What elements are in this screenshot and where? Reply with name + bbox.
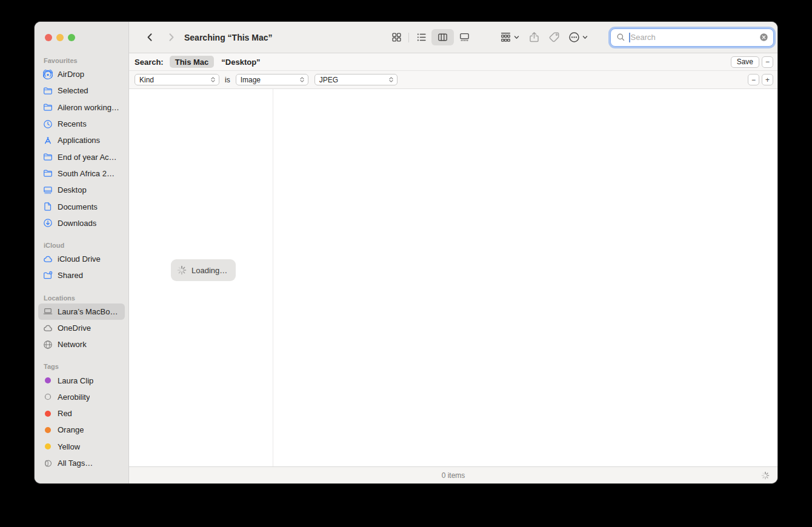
search-input[interactable]: Search xyxy=(610,28,774,47)
sidebar-item-network[interactable]: Network xyxy=(38,336,125,353)
sidebar-item-label: Documents xyxy=(58,202,98,211)
airdrop-icon xyxy=(43,70,53,79)
sidebar-item-yellow[interactable]: Yellow xyxy=(38,439,125,455)
sidebar-section-title: Tags xyxy=(38,361,125,372)
scope-pills: This Mac“Desktop” xyxy=(164,56,266,68)
tag-dot-icon xyxy=(43,442,53,451)
clock-icon xyxy=(43,119,53,129)
tag-dot-icon xyxy=(43,376,53,385)
laptop-icon xyxy=(43,307,53,316)
toolbar: Searching “This Mac” Search xyxy=(129,22,777,53)
tag-dot-outline-icon xyxy=(43,392,53,402)
back-button[interactable] xyxy=(145,31,155,44)
search-placeholder: Search xyxy=(631,33,760,42)
tag-icon xyxy=(548,31,560,43)
sidebar-item-recents[interactable]: Recents xyxy=(38,116,125,132)
sidebar-item-label: Yellow xyxy=(58,442,80,451)
sidebar-item-south-africa-2[interactable]: South Africa 2… xyxy=(38,165,125,182)
stepper-icon xyxy=(210,76,216,83)
minimize-window-button[interactable] xyxy=(56,34,64,41)
folder-icon xyxy=(43,152,53,162)
group-button[interactable] xyxy=(500,31,520,43)
sidebar-item-label: Downloads xyxy=(58,219,96,228)
sidebar-item-selected[interactable]: Selected xyxy=(38,82,125,99)
icons-view-button[interactable] xyxy=(386,29,407,45)
sidebar-item-onedrive[interactable]: OneDrive xyxy=(38,320,125,336)
tag-dot-icon xyxy=(43,409,53,419)
scope-this-mac[interactable]: This Mac xyxy=(170,56,215,68)
search-criteria-bar: Kind is Image JPEG − + xyxy=(129,71,777,89)
search-scope-label: Search: xyxy=(135,58,164,67)
scope-desktop[interactable]: “Desktop” xyxy=(216,56,265,68)
desktop-icon xyxy=(43,185,53,195)
view-separator xyxy=(408,33,409,42)
subtype-select[interactable]: JPEG xyxy=(314,74,398,85)
sidebar-item-label: Desktop xyxy=(58,185,87,194)
sidebar-item-end-of-year-ac[interactable]: End of year Ac… xyxy=(38,148,125,165)
sidebar-item-shared[interactable]: Shared xyxy=(38,267,125,283)
sidebar-item-aileron-working[interactable]: Aileron working… xyxy=(38,99,125,116)
share-icon xyxy=(528,31,540,43)
gallery-view-button[interactable] xyxy=(454,29,474,45)
sidebar-item-documents[interactable]: Documents xyxy=(38,198,125,214)
sidebar-item-label: iCloud Drive xyxy=(58,254,101,264)
sidebar-item-applications[interactable]: Applications xyxy=(38,132,125,148)
list-view-button[interactable] xyxy=(411,29,431,45)
forward-button[interactable] xyxy=(167,31,176,44)
loading-indicator: Loading… xyxy=(171,259,236,281)
sidebar-item-laura-clip[interactable]: Laura Clip xyxy=(38,372,125,388)
add-criterion-button[interactable]: + xyxy=(762,74,773,85)
share-button[interactable] xyxy=(528,31,540,43)
tags-button[interactable] xyxy=(548,31,560,43)
column-divider[interactable] xyxy=(273,89,273,466)
status-bar: 0 items xyxy=(129,466,777,483)
save-search-button[interactable]: Save xyxy=(731,56,759,68)
view-switcher xyxy=(386,29,474,45)
ellipsis-icon xyxy=(568,31,580,43)
clear-search-icon[interactable] xyxy=(759,33,768,42)
sidebar-item-label: Recents xyxy=(58,119,87,128)
sidebar-item-red[interactable]: Red xyxy=(38,405,125,422)
sidebar: FavouritesAirDropSelectedAileron working… xyxy=(35,22,129,483)
sidebar-item-label: Orange xyxy=(58,425,84,434)
zoom-window-button[interactable] xyxy=(68,34,75,41)
kind-select[interactable]: Image xyxy=(236,74,308,85)
download-icon xyxy=(43,218,53,228)
progress-spinner-icon xyxy=(761,471,770,480)
sidebar-item-desktop[interactable]: Desktop xyxy=(38,182,125,198)
remove-criterion-button[interactable]: − xyxy=(748,74,759,85)
sidebar-item-label: Red xyxy=(58,409,72,418)
sidebar-item-label: Laura Clip xyxy=(58,376,93,385)
gallery-view-icon xyxy=(459,32,470,42)
cloud-icon xyxy=(43,254,53,264)
close-window-button[interactable] xyxy=(45,34,52,41)
spinner-icon xyxy=(177,265,187,275)
sidebar-item-label: All Tags… xyxy=(58,459,93,468)
chevron-down-icon xyxy=(513,34,520,41)
columns-view-button[interactable] xyxy=(431,29,454,45)
stepper-icon xyxy=(388,76,394,83)
text-caret xyxy=(629,33,630,42)
chevron-down-icon xyxy=(582,34,588,41)
sidebar-item-icloud-drive[interactable]: iCloud Drive xyxy=(38,251,125,267)
sidebar-item-label: OneDrive xyxy=(58,323,91,333)
sidebar-item-aerobility[interactable]: Aerobility xyxy=(38,389,125,405)
attribute-select[interactable]: Kind xyxy=(135,74,219,85)
sidebar-item-label: Applications xyxy=(58,136,100,145)
sidebar-item-label: Laura’s MacBo… xyxy=(58,307,118,316)
sidebar-item-downloads[interactable]: Downloads xyxy=(38,215,125,231)
remove-search-button[interactable]: − xyxy=(762,56,773,68)
sidebar-item-laura-s-macbo[interactable]: Laura’s MacBo… xyxy=(38,303,125,320)
window-title: Searching “This Mac” xyxy=(184,33,272,42)
sidebar-item-orange[interactable]: Orange xyxy=(38,422,125,438)
folder-icon xyxy=(43,102,53,112)
sidebar-item-label: Aileron working… xyxy=(58,103,119,112)
item-count: 0 items xyxy=(442,471,465,480)
folder-icon xyxy=(43,168,53,178)
results-area: Loading… xyxy=(129,89,777,466)
sidebar-item-airdrop[interactable]: AirDrop xyxy=(38,66,125,82)
sidebar-item-all-tags[interactable]: All Tags… xyxy=(38,455,125,471)
sidebar-section-title: Favourites xyxy=(38,55,125,66)
globe-icon xyxy=(43,340,53,350)
more-button[interactable] xyxy=(568,31,588,43)
